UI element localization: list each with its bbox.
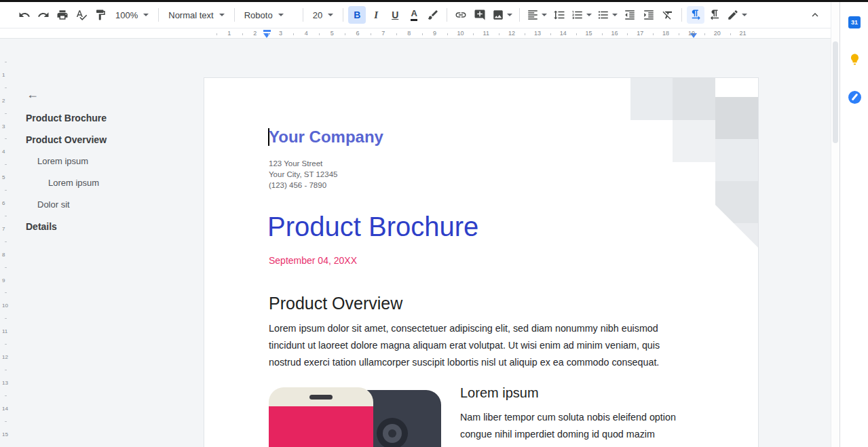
- chevron-up-icon: [809, 9, 821, 21]
- document-title[interactable]: Product Brochure: [267, 211, 478, 242]
- text-line[interactable]: tincidunt ut laoreet dolore magna aliqua…: [269, 337, 660, 354]
- ruler-number: 1: [227, 30, 231, 37]
- align-button[interactable]: [525, 6, 549, 24]
- text-color-button[interactable]: A: [405, 6, 423, 24]
- ruler-number: 8: [2, 251, 5, 257]
- outline-item[interactable]: Product Overview: [11, 129, 197, 151]
- document-date[interactable]: September 04, 20XX: [269, 255, 357, 266]
- outline-item[interactable]: Lorem ipsum: [11, 151, 197, 172]
- ltr-direction-button[interactable]: [687, 6, 704, 24]
- font-family-select[interactable]: Roboto: [239, 6, 299, 24]
- ruler-number: 14: [560, 30, 567, 37]
- toolbar-separator: [681, 8, 682, 22]
- horizontal-ruler[interactable]: 123456789101112131415161718192021: [0, 28, 831, 39]
- feature-heading[interactable]: Lorem ipsum: [460, 384, 539, 402]
- camera-lens-shape: [377, 418, 408, 447]
- caret-down-icon: [542, 14, 547, 16]
- calendar-button[interactable]: 31: [844, 12, 865, 33]
- ruler-number: 3: [2, 123, 5, 129]
- phone-image[interactable]: [269, 387, 445, 447]
- pen-mode-button[interactable]: [725, 6, 749, 24]
- undo-button[interactable]: [16, 6, 33, 24]
- ruler-tick: [5, 216, 7, 216]
- overview-heading[interactable]: Product Overview: [269, 293, 402, 313]
- ruler-tick: [5, 267, 7, 268]
- font-size-select[interactable]: 20: [307, 6, 339, 24]
- left-indent-marker[interactable]: [263, 33, 270, 38]
- scrollbar-thumb[interactable]: [833, 41, 838, 143]
- vertical-ruler[interactable]: 123456789101112131415: [0, 39, 11, 447]
- line-spacing-button[interactable]: [550, 6, 568, 24]
- back-arrow-icon: ←: [26, 88, 39, 102]
- caret-down-icon: [328, 14, 333, 16]
- ruler-number: 7: [381, 30, 385, 37]
- ruler-tick: [5, 190, 7, 191]
- ruler-tick: [5, 113, 7, 114]
- redo-icon: [37, 9, 50, 21]
- underline-button[interactable]: U: [386, 6, 404, 24]
- decrease-indent-button[interactable]: [621, 6, 639, 24]
- zoom-select[interactable]: 100%: [110, 6, 154, 24]
- ruler-number: 2: [2, 97, 5, 103]
- text-line[interactable]: congue nihil imperdiet doming id quod ma…: [460, 426, 698, 443]
- ruler-number: 13: [534, 30, 541, 37]
- window-edge: [0, 0, 868, 2]
- bulleted-list-button[interactable]: [595, 6, 620, 24]
- styles-select[interactable]: Normal text: [163, 6, 229, 24]
- insert-image-button[interactable]: [490, 6, 514, 24]
- redo-button[interactable]: [35, 6, 52, 24]
- text-color-icon: A: [411, 9, 417, 21]
- ruler-tick: [242, 33, 243, 35]
- caret-down-icon: [143, 14, 149, 16]
- ruler-number: 8: [407, 30, 411, 37]
- ruler-tick: [499, 33, 499, 35]
- ruler-tick: [602, 33, 603, 35]
- ruler-tick: [627, 33, 628, 35]
- ruler-tick: [5, 241, 7, 242]
- add-comment-button[interactable]: [471, 6, 489, 24]
- text-line[interactable]: Your City, ST 12345: [269, 169, 337, 180]
- rtl-direction-button[interactable]: [706, 6, 723, 24]
- increase-indent-button[interactable]: [640, 6, 658, 24]
- print-button[interactable]: [54, 6, 71, 24]
- insert-link-button[interactable]: [452, 6, 470, 24]
- outline-item[interactable]: Product Brochure: [11, 107, 197, 129]
- ruler-number: 13: [2, 379, 8, 385]
- ruler-tick: [396, 33, 397, 35]
- ruler-tick: [345, 33, 345, 35]
- clear-formatting-button[interactable]: [659, 6, 677, 24]
- overview-paragraph[interactable]: Lorem ipsum dolor sit amet, consectetuer…: [269, 320, 660, 371]
- close-outline-button[interactable]: ←: [23, 85, 42, 104]
- bold-button[interactable]: B: [348, 6, 366, 24]
- text-line[interactable]: nostrud exerci tation ullamcorper suscip…: [269, 354, 660, 371]
- outline-item[interactable]: Dolor sit: [11, 194, 197, 216]
- ruler-number: 5: [2, 174, 5, 180]
- document-page[interactable]: Your Company 123 Your StreetYour City, S…: [204, 77, 759, 447]
- text-line[interactable]: (123) 456 - 7890: [269, 180, 337, 191]
- numbered-list-button[interactable]: [569, 6, 594, 24]
- company-address[interactable]: 123 Your StreetYour City, ST 12345(123) …: [269, 158, 337, 191]
- outline-item[interactable]: Details: [11, 216, 197, 237]
- hide-menus-button[interactable]: [806, 6, 824, 24]
- ruler-number: 9: [2, 277, 5, 283]
- toolbar-separator: [447, 8, 447, 22]
- undo-icon: [18, 9, 31, 21]
- company-name[interactable]: Your Company: [269, 128, 383, 146]
- text-line[interactable]: Lorem ipsum dolor sit amet, consectetuer…: [269, 320, 660, 337]
- ruler-number: 12: [508, 30, 515, 37]
- text-line[interactable]: placerat facer possim assum. Typi non ha…: [460, 443, 698, 447]
- feature-paragraph[interactable]: Nam liber tempor cum soluta nobis eleife…: [460, 409, 698, 447]
- text-line[interactable]: Nam liber tempor cum soluta nobis eleife…: [460, 409, 698, 426]
- spell-check-button[interactable]: [73, 6, 90, 24]
- italic-button[interactable]: I: [367, 6, 385, 24]
- keep-button[interactable]: [844, 48, 865, 70]
- underline-icon: U: [392, 10, 398, 20]
- tasks-button[interactable]: [844, 86, 865, 108]
- text-line[interactable]: 123 Your Street: [269, 158, 337, 169]
- styles-value: Normal text: [168, 10, 213, 20]
- vertical-scrollbar[interactable]: [831, 2, 839, 447]
- paint-format-button[interactable]: [92, 6, 109, 24]
- highlight-color-button[interactable]: [424, 6, 442, 24]
- first-line-indent-marker[interactable]: [263, 30, 271, 32]
- outline-item[interactable]: Lorem ipsum: [11, 172, 197, 194]
